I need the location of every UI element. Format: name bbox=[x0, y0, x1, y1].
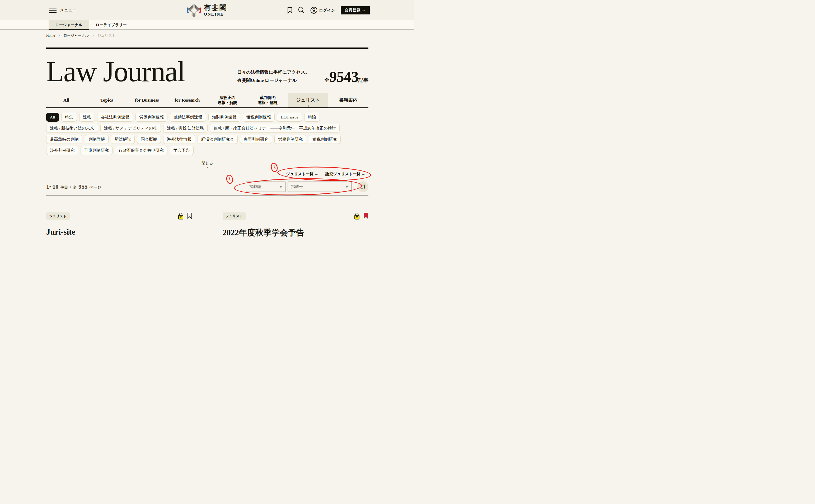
jurist-list-link[interactable]: ジュリスト一覧 → bbox=[286, 172, 319, 177]
article-title[interactable]: Juri-site bbox=[46, 227, 192, 237]
chip[interactable]: 連載 / 新・改正会社法セミナー——令和元年・平成26年改正の検討 bbox=[210, 124, 340, 133]
chip[interactable]: 行政不服審査会答申研究 bbox=[115, 146, 167, 155]
results-count: 1~10 件目 / 全 955 ページ bbox=[46, 183, 101, 190]
category-tab-bar: All Topics for Business for Research 法改正… bbox=[46, 93, 368, 108]
chip[interactable]: 租税判例研究 bbox=[309, 135, 341, 144]
tab-law-library[interactable]: ローライブラリー bbox=[89, 20, 133, 30]
chip[interactable]: 労働判例研究 bbox=[275, 135, 306, 144]
chip[interactable]: HOT issue bbox=[277, 113, 302, 122]
hamburger-icon bbox=[49, 8, 56, 13]
chip[interactable]: 租税判例速報 bbox=[243, 113, 275, 122]
chip[interactable]: 海外法律情報 bbox=[163, 135, 195, 144]
chevron-down-icon: ∨ bbox=[280, 185, 282, 189]
chip-row: 連載 / 新技術と法の未来 連載 / サステナビリティの杜 連載 / 実践 知財… bbox=[46, 124, 368, 133]
chip[interactable]: 連載 bbox=[79, 113, 95, 122]
chip[interactable]: 学会予告 bbox=[170, 146, 193, 155]
site-tab-strip: ロージャーナル ローライブラリー bbox=[0, 20, 414, 30]
search-icon bbox=[298, 7, 305, 14]
login-button[interactable]: ログイン bbox=[310, 7, 335, 14]
breadcrumb-separator: > bbox=[92, 34, 94, 37]
chip[interactable]: 新法解説 bbox=[111, 135, 135, 144]
chip[interactable]: 連載 / 実践 知財法務 bbox=[163, 124, 208, 133]
cat-tab-for-research[interactable]: for Research bbox=[167, 93, 208, 107]
bookmark-outline-icon[interactable] bbox=[187, 212, 192, 219]
divider-line bbox=[46, 163, 198, 163]
results-separator: / bbox=[70, 185, 71, 190]
sort-button[interactable] bbox=[358, 181, 368, 192]
main-content: Home > ロージャーナル > ジュリスト Law Journal 日々の法律… bbox=[46, 33, 368, 238]
divider-line bbox=[217, 163, 368, 163]
chip[interactable]: 商事判例研究 bbox=[240, 135, 272, 144]
yuhikaku-mark-icon bbox=[187, 3, 201, 17]
cat-tab-topics[interactable]: Topics bbox=[87, 93, 127, 107]
collapse-row: 閉じる bbox=[46, 161, 368, 166]
cat-tab-books[interactable]: 書籍案内 bbox=[328, 93, 369, 107]
chip[interactable]: 特集 bbox=[61, 113, 77, 122]
chip[interactable]: 連載 / サステナビリティの杜 bbox=[100, 124, 161, 133]
signup-button[interactable]: 会員登録 → bbox=[341, 6, 370, 14]
journal-select[interactable]: 掲載誌 ∨ bbox=[246, 182, 286, 192]
breadcrumb: Home > ロージャーナル > ジュリスト bbox=[46, 33, 368, 38]
cat-tab-jurist[interactable]: ジュリスト bbox=[288, 93, 328, 107]
bookmark-icon bbox=[287, 7, 292, 13]
login-label: ログイン bbox=[319, 8, 335, 13]
article-card: ジュリスト 2022年度秋季学会予告 bbox=[223, 212, 369, 238]
chip[interactable]: 判例詳解 bbox=[85, 135, 108, 144]
journal-select-placeholder: 掲載誌 bbox=[249, 184, 261, 189]
page-title: Law Journal bbox=[46, 56, 185, 87]
search-button[interactable] bbox=[298, 7, 305, 14]
category-badge: ジュリスト bbox=[46, 212, 70, 220]
chip[interactable]: 経済法判例研究会 bbox=[197, 135, 238, 144]
cat-tab-all[interactable]: All bbox=[46, 93, 87, 107]
hero-meta: 日々の法律情報に手軽にアクセス。 有斐閣Online ロージャーナル 全 954… bbox=[237, 65, 368, 88]
chip[interactable]: 時論 bbox=[304, 113, 320, 122]
brand-logo[interactable]: 有斐閣 ONLINE bbox=[187, 3, 228, 17]
article-title[interactable]: 2022年度秋季学会予告 bbox=[223, 227, 369, 238]
collapse-label: 閉じる bbox=[201, 161, 213, 166]
chip[interactable]: 最高裁時の判例 bbox=[46, 135, 82, 144]
chip[interactable]: 独禁法事例速報 bbox=[170, 113, 206, 122]
cat-tab-court-cases[interactable]: 裁判例の 速報・解説 bbox=[248, 93, 288, 107]
brand-name: 有斐閣 bbox=[203, 4, 228, 11]
toolbar-right: 掲載誌 ∨ 掲載号 ∨ 1 bbox=[246, 181, 368, 192]
hero-tagline: 日々の法律情報に手軽にアクセス。 有斐閣Online ロージャーナル bbox=[237, 68, 310, 84]
cat-tab-for-business[interactable]: for Business bbox=[127, 93, 167, 107]
chip[interactable]: 知財判例速報 bbox=[209, 113, 240, 122]
chip-all[interactable]: All bbox=[46, 113, 59, 122]
cat-tab-law-revision[interactable]: 法改正の 速報・解説 bbox=[207, 93, 248, 107]
tagline-line2: 有斐閣Online ロージャーナル bbox=[237, 77, 310, 85]
collapse-control[interactable]: 閉じる ∧ bbox=[46, 161, 368, 169]
user-icon bbox=[310, 7, 318, 14]
header-actions: ログイン 会員登録 → bbox=[287, 6, 370, 14]
chip-row: All 特集 連載 会社法判例速報 労働判例速報 独禁法事例速報 知財判例速報 … bbox=[46, 113, 368, 122]
chip[interactable]: 渉外判例研究 bbox=[46, 146, 78, 155]
bookmark-filled-icon[interactable] bbox=[363, 212, 368, 219]
filter-selects: 掲載誌 ∨ 掲載号 ∨ 1 bbox=[246, 182, 352, 192]
breadcrumb-separator: > bbox=[58, 34, 60, 37]
card-icons bbox=[354, 212, 368, 220]
chip[interactable]: 連載 / 新技術と法の未来 bbox=[46, 124, 98, 133]
chevron-up-icon: ∧ bbox=[46, 166, 368, 169]
breadcrumb-section[interactable]: ロージャーナル bbox=[63, 33, 89, 38]
list-toolbar: 1~10 件目 / 全 955 ページ 掲載誌 ∨ 掲載号 ∨ 1 bbox=[46, 181, 368, 192]
filter-chips: All 特集 連載 会社法判例速報 労働判例速報 独禁法事例速報 知財判例速報 … bbox=[46, 113, 368, 155]
chip[interactable]: 国会概観 bbox=[137, 135, 161, 144]
brand-wordmark: 有斐閣 ONLINE bbox=[203, 4, 228, 16]
chip[interactable]: 労働判例速報 bbox=[135, 113, 167, 122]
vertical-divider bbox=[317, 65, 317, 88]
count-prefix: 全 bbox=[324, 77, 329, 84]
menu-button[interactable]: メニュー bbox=[49, 8, 77, 13]
results-total-unit: ページ bbox=[89, 185, 101, 190]
site-header: メニュー 有斐閣 ONLINE bbox=[0, 0, 414, 20]
chip[interactable]: 刑事判例研究 bbox=[80, 146, 112, 155]
chip[interactable]: 会社法判例速報 bbox=[97, 113, 133, 122]
menu-label: メニュー bbox=[60, 8, 77, 13]
bookmark-button[interactable] bbox=[287, 7, 292, 13]
brand-subname: ONLINE bbox=[203, 12, 228, 16]
breadcrumb-home[interactable]: Home bbox=[46, 34, 55, 38]
ronkyu-jurist-list-link[interactable]: 論究ジュリスト一覧 → bbox=[325, 172, 365, 177]
tab-law-journal[interactable]: ロージャーナル bbox=[49, 20, 89, 30]
issue-select[interactable]: 掲載号 ∨ bbox=[288, 182, 352, 192]
card-icons bbox=[178, 212, 192, 220]
count-value: 9543 bbox=[329, 68, 358, 85]
